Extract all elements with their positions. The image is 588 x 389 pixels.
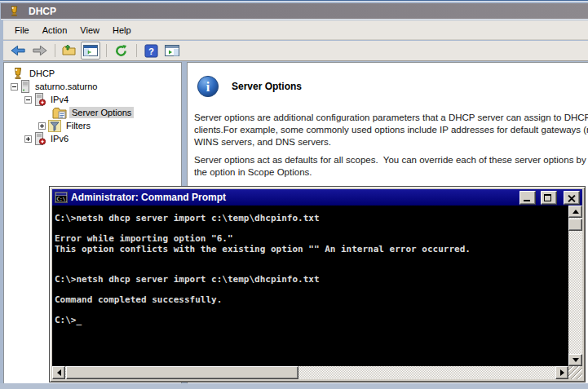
tree-item-server-options[interactable]: Server Options bbox=[50, 106, 134, 119]
scroll-down-icon[interactable] bbox=[568, 354, 582, 366]
console-line: Error while importing option "6." bbox=[55, 234, 568, 245]
tree-item-label: Filters bbox=[64, 120, 93, 131]
collapse-toggle-icon[interactable] bbox=[24, 96, 32, 104]
svg-text:i: i bbox=[206, 80, 210, 94]
description-line: Server options are additional configurat… bbox=[194, 113, 588, 125]
tree-item-label: saturno.saturno bbox=[33, 81, 99, 92]
back-icon[interactable] bbox=[8, 42, 28, 60]
maximize-icon bbox=[544, 194, 551, 201]
expand-toggle-icon[interactable] bbox=[24, 135, 32, 143]
resize-grip[interactable] bbox=[568, 366, 582, 379]
window-title: DHCP bbox=[29, 6, 56, 17]
console-vertical-scrollbar[interactable] bbox=[568, 206, 582, 366]
scroll-up-icon[interactable] bbox=[568, 206, 582, 218]
dhcp-app-icon bbox=[8, 5, 20, 17]
tree-item-ipv4[interactable]: IPv4 bbox=[24, 93, 71, 106]
help-icon[interactable]: ? bbox=[141, 42, 161, 60]
info-icon: i bbox=[197, 75, 219, 98]
console-output[interactable]: C:\>netsh dhcp server import c:\temp\dhc… bbox=[52, 206, 568, 366]
toolbar-separator bbox=[55, 44, 55, 57]
console-line: This option conflicts with the existing … bbox=[55, 245, 568, 255]
description-line: clients.For example, some commonly used … bbox=[194, 125, 588, 137]
console-line bbox=[55, 306, 568, 316]
minimize-button[interactable] bbox=[519, 191, 536, 205]
filters-icon bbox=[48, 120, 61, 132]
show-console-tree-icon[interactable] bbox=[81, 42, 100, 60]
export-list-icon[interactable] bbox=[60, 42, 79, 60]
ipv4-protocol-icon bbox=[34, 93, 46, 106]
scroll-left-icon[interactable] bbox=[52, 366, 65, 379]
menu-file[interactable]: File bbox=[8, 22, 36, 38]
tree-item-label: IPv6 bbox=[48, 133, 71, 144]
ipv6-protocol-icon bbox=[34, 132, 46, 145]
close-button[interactable] bbox=[564, 191, 580, 205]
tree-item-label: DHCP bbox=[27, 68, 57, 79]
svg-text:C:\: C:\ bbox=[57, 196, 66, 201]
window-bottom-frame bbox=[0, 383, 588, 389]
menu-view[interactable]: View bbox=[73, 22, 106, 38]
expand-toggle-icon[interactable] bbox=[38, 122, 46, 130]
forward-icon[interactable] bbox=[29, 42, 49, 60]
cmd-app-icon: C:\ bbox=[55, 192, 68, 203]
menu-bar: File Action View Help bbox=[3, 20, 588, 40]
menu-action[interactable]: Action bbox=[36, 22, 74, 38]
menu-help[interactable]: Help bbox=[106, 22, 138, 38]
horizontal-scroll-thumb[interactable] bbox=[66, 366, 298, 379]
minimize-icon bbox=[524, 200, 530, 201]
server-icon bbox=[20, 80, 30, 93]
vertical-scroll-thumb[interactable] bbox=[568, 219, 582, 231]
refresh-icon[interactable] bbox=[111, 42, 130, 60]
action-pane-icon[interactable] bbox=[162, 42, 182, 60]
tool-bar: ? bbox=[3, 41, 588, 61]
tree-item-server[interactable]: saturno.saturno bbox=[11, 80, 99, 93]
toolbar-separator bbox=[136, 44, 137, 57]
tree-item-label: IPv4 bbox=[48, 94, 71, 105]
toolbar-separator bbox=[106, 44, 107, 57]
scroll-right-icon[interactable] bbox=[555, 366, 568, 379]
detail-heading: Server Options bbox=[232, 81, 302, 92]
collapse-toggle-icon[interactable] bbox=[11, 83, 18, 91]
console-line: C:\>netsh dhcp server import c:\temp\dhc… bbox=[55, 214, 568, 224]
description-line: the option in Scope Options. bbox=[194, 167, 588, 179]
tree-item-ipv6[interactable]: IPv6 bbox=[24, 132, 71, 145]
cmd-body: C:\>netsh dhcp server import c:\temp\dhc… bbox=[52, 206, 582, 379]
tree-item-label: Server Options bbox=[69, 107, 134, 118]
console-line: C:\>_ bbox=[55, 316, 568, 326]
console-line: C:\>netsh dhcp server import c:\temp\dhc… bbox=[55, 275, 568, 285]
description-line: WINS servers, and DNS servers. bbox=[194, 137, 588, 149]
tree-item-dhcp-root[interactable]: DHCP bbox=[9, 67, 57, 80]
cmd-window: C:\ Administrator: Command Prompt C:\>ne… bbox=[50, 187, 585, 382]
tree-item-filters[interactable]: Filters bbox=[38, 119, 93, 132]
dhcp-titlebar[interactable]: DHCP bbox=[1, 3, 588, 20]
cmd-window-title: Administrator: Command Prompt bbox=[71, 192, 515, 203]
maximize-button[interactable] bbox=[541, 191, 557, 205]
dhcp-root-icon bbox=[11, 67, 24, 80]
console-horizontal-scrollbar[interactable] bbox=[52, 366, 568, 379]
console-line: Command completed successfully. bbox=[55, 295, 568, 306]
console-line bbox=[55, 254, 568, 265]
cmd-titlebar[interactable]: C:\ Administrator: Command Prompt bbox=[52, 189, 582, 206]
server-options-folder-icon bbox=[52, 107, 67, 119]
description-line: Server options act as defaults for all s… bbox=[194, 155, 588, 167]
svg-text:?: ? bbox=[148, 46, 154, 55]
